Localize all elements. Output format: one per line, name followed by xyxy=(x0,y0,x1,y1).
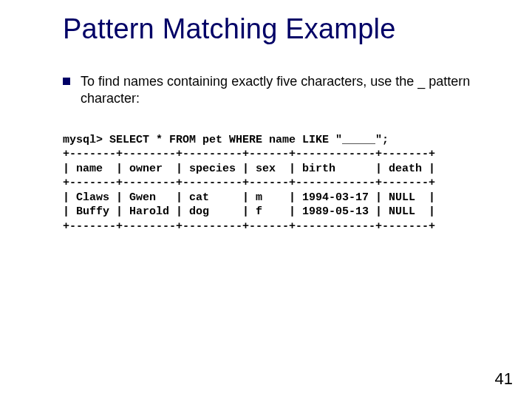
page-number: 41 xyxy=(495,369,513,389)
table-row: | Buffy | Harold | dog | f | 1989-05-13 … xyxy=(63,205,435,218)
bullet-list: To find names containing exactly five ch… xyxy=(63,73,491,106)
slide: Pattern Matching Example To find names c… xyxy=(0,0,532,399)
page-title: Pattern Matching Example xyxy=(63,13,491,45)
sql-prompt: mysql> SELECT * FROM pet WHERE name LIKE… xyxy=(63,134,389,146)
table-row: | Claws | Gwen | cat | m | 1994-03-17 | … xyxy=(63,191,435,204)
bullet-item: To find names containing exactly five ch… xyxy=(63,73,491,106)
sql-block: mysql> SELECT * FROM pet WHERE name LIKE… xyxy=(63,118,491,248)
sql-divider: +-------+--------+---------+------+-----… xyxy=(63,220,435,233)
sql-divider: +-------+--------+---------+------+-----… xyxy=(63,148,435,160)
sql-header: | name | owner | species | sex | birth |… xyxy=(63,163,435,175)
sql-divider: +-------+--------+---------+------+-----… xyxy=(63,177,435,189)
